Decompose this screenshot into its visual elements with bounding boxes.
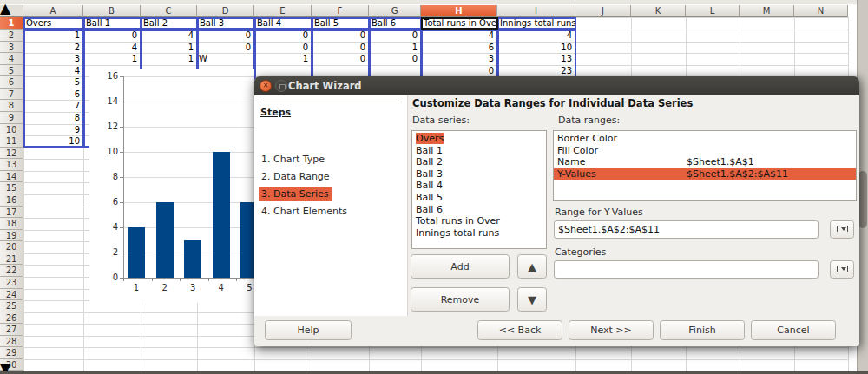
cell-E2[interactable]: 0	[256, 30, 308, 41]
next-button[interactable]: Next >>	[569, 320, 654, 340]
close-icon[interactable]: ✕	[260, 80, 272, 92]
cell-E1[interactable]: Ball 4	[254, 17, 312, 30]
cell-G2[interactable]: 0	[371, 30, 418, 41]
column-header-J[interactable]: J	[575, 5, 631, 17]
row-header-5[interactable]: 5	[0, 65, 23, 77]
cell-H5[interactable]: 0	[423, 66, 494, 76]
cell-G4[interactable]: 0	[371, 54, 418, 64]
row-header-2[interactable]: 2	[0, 30, 23, 42]
data-series-listbox[interactable]: OversBall 1Ball 2Ball 3Ball 4Ball 5Ball …	[411, 130, 547, 249]
remove-button[interactable]: Remove	[411, 287, 510, 312]
range-item[interactable]: Name$Sheet1.$A$1	[554, 156, 856, 168]
scrollbar-thumb[interactable]	[858, 171, 867, 228]
row-header-23[interactable]: 23	[0, 277, 23, 289]
data-ranges-listbox[interactable]: Border ColorFill ColorName$Sheet1.$A$1Y-…	[553, 130, 857, 201]
cell-F4[interactable]: 0	[313, 54, 365, 64]
column-header-F[interactable]: F	[312, 5, 369, 17]
range-for-y-values-input[interactable]	[554, 220, 819, 239]
row-header-27[interactable]: 27	[0, 324, 23, 336]
row-header-11[interactable]: 11	[0, 135, 23, 148]
cell-C2[interactable]: 4	[142, 30, 194, 41]
row-header-10[interactable]: 10	[0, 124, 23, 136]
row-header-15[interactable]: 15	[0, 182, 23, 194]
dialog-titlebar[interactable]: ✕ Chart Wizard	[254, 76, 859, 95]
cell-H3[interactable]: 6	[423, 43, 494, 53]
row-header-3[interactable]: 3	[0, 42, 23, 54]
row-header-1[interactable]: 1	[0, 17, 23, 30]
cell-C3[interactable]: 1	[142, 43, 194, 53]
row-header-17[interactable]: 17	[0, 207, 23, 219]
help-button[interactable]: Help	[265, 320, 352, 340]
row-header-20[interactable]: 20	[0, 241, 23, 253]
column-header-K[interactable]: K	[631, 5, 686, 17]
cell-F1[interactable]: Ball 5	[312, 17, 370, 30]
cell-I3[interactable]: 10	[499, 43, 572, 53]
row-header-24[interactable]: 24	[0, 289, 23, 301]
column-header-M[interactable]: M	[740, 5, 794, 17]
step-item-2[interactable]: 2. Data Range	[259, 170, 332, 184]
cell-A8[interactable]: 7	[25, 101, 80, 111]
cell-B3[interactable]: 4	[85, 43, 137, 53]
cell-H4[interactable]: 3	[423, 54, 494, 64]
cell-H1[interactable]: Total runs in Over	[421, 17, 498, 30]
row-header-26[interactable]: 26	[0, 312, 23, 325]
row-header-22[interactable]: 22	[0, 265, 23, 277]
cell-A1[interactable]: Overs	[23, 17, 84, 30]
row-header-21[interactable]: 21	[0, 253, 23, 266]
shrink-categories-button[interactable]	[830, 260, 854, 279]
row-header-19[interactable]: 19	[0, 230, 23, 242]
series-item[interactable]: Ball 1	[412, 145, 546, 157]
row-header-25[interactable]: 25	[0, 300, 23, 312]
window-menu-icon[interactable]	[275, 80, 287, 92]
cell-A5[interactable]: 4	[25, 66, 80, 76]
move-up-button[interactable]: ▲	[517, 254, 547, 279]
row-header-8[interactable]: 8	[0, 100, 23, 112]
cell-C1[interactable]: Ball 2	[141, 17, 198, 30]
cell-B1[interactable]: Ball 1	[83, 17, 141, 30]
column-header-C[interactable]: C	[141, 5, 197, 17]
cell-B2[interactable]: 0	[85, 30, 137, 41]
column-header-I[interactable]: I	[497, 5, 575, 17]
cell-G3[interactable]: 1	[371, 43, 418, 53]
step-item-1[interactable]: 1. Chart Type	[259, 153, 327, 167]
cell-D4[interactable]: W	[199, 54, 251, 64]
column-header-D[interactable]: D	[197, 5, 254, 17]
series-item[interactable]: Overs	[412, 133, 546, 145]
cell-G1[interactable]: Ball 6	[369, 17, 422, 30]
cell-C4[interactable]: 1	[142, 54, 194, 64]
series-item[interactable]: Ball 2	[412, 156, 546, 168]
cell-A2[interactable]: 1	[25, 30, 80, 41]
cell-D1[interactable]: Ball 3	[197, 17, 255, 30]
scroll-up-button[interactable]: ▲	[0, 0, 10, 16]
cell-I1[interactable]: Innings total runs	[497, 17, 576, 30]
row-header-16[interactable]: 16	[0, 194, 23, 207]
series-item[interactable]: Total runs in Over	[412, 215, 546, 227]
column-header-L[interactable]: L	[686, 5, 740, 17]
cell-A6[interactable]: 5	[25, 77, 80, 88]
row-header-4[interactable]: 4	[0, 53, 23, 65]
row-header-18[interactable]: 18	[0, 218, 23, 230]
back-button[interactable]: << Back	[477, 320, 562, 340]
column-header-H[interactable]: H	[421, 5, 497, 17]
series-item[interactable]: Ball 5	[412, 192, 546, 204]
cell-A11[interactable]: 10	[25, 136, 80, 147]
cell-I4[interactable]: 13	[499, 54, 572, 64]
row-header-28[interactable]: 28	[0, 336, 23, 348]
row-header-9[interactable]: 9	[0, 112, 23, 124]
cell-E4[interactable]: 1	[256, 54, 308, 64]
cell-A7[interactable]: 6	[25, 89, 80, 100]
row-header-12[interactable]: 12	[0, 148, 23, 160]
cell-A9[interactable]: 8	[25, 113, 80, 123]
cell-D2[interactable]: 0	[199, 30, 251, 41]
range-item[interactable]: Y-Values$Sheet1.$A$2:$A$11	[554, 168, 856, 180]
series-item[interactable]: Ball 4	[412, 180, 546, 192]
range-item[interactable]: Border Color	[554, 133, 856, 145]
range-item[interactable]: Fill Color	[554, 145, 856, 157]
column-header-N[interactable]: N	[794, 5, 848, 17]
row-header-6[interactable]: 6	[0, 76, 23, 89]
row-header-13[interactable]: 13	[0, 159, 23, 171]
cell-F3[interactable]: 0	[313, 43, 365, 53]
add-button[interactable]: Add	[411, 254, 510, 279]
row-header-14[interactable]: 14	[0, 171, 23, 183]
step-item-3[interactable]: 3. Data Series	[259, 187, 332, 201]
